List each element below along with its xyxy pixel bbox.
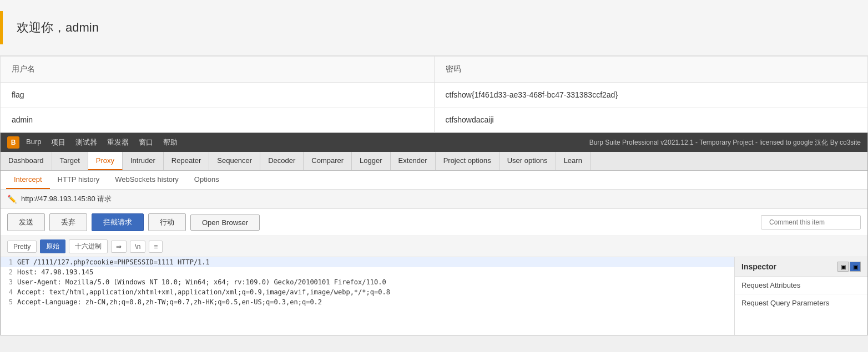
- format-buttons: Pretty 原始 十六进制 ⇒ \n ≡: [1, 236, 867, 257]
- request-line-2: 2Host: 47.98.193.145: [1, 267, 734, 277]
- toggle-left[interactable]: ▣: [837, 262, 849, 272]
- inspector-section-query: Request Query Parameters: [735, 294, 867, 312]
- subtab-options[interactable]: Options: [186, 171, 227, 189]
- subtab-websockets-history[interactable]: WebSockets history: [107, 171, 186, 189]
- line-content: Accept-Language: zh-CN,zh;q=0.8,zh-TW;q=…: [17, 298, 322, 306]
- line-number: 1: [1, 258, 17, 266]
- list-icon[interactable]: ≡: [149, 241, 163, 253]
- intercept-button[interactable]: 拦截请求: [92, 213, 144, 231]
- toolbar-url: http://47.98.193.145:80 请求: [21, 194, 112, 204]
- tab-proxy[interactable]: Proxy: [88, 152, 123, 170]
- line-number: 3: [1, 278, 17, 286]
- burp-menu-测试器[interactable]: 测试器: [75, 137, 97, 147]
- cell-password: ctfshow{1f461d33-ae33-468f-bc47-331383cc…: [434, 83, 867, 108]
- proxy-toolbar: ✏️ http://47.98.193.145:80 请求: [1, 190, 867, 209]
- comment-input[interactable]: [761, 215, 861, 229]
- subtab-intercept[interactable]: Intercept: [6, 171, 50, 189]
- burp-window: B Burp项目测试器重发器窗口帮助 Burp Suite Profession…: [0, 132, 868, 335]
- tab-project-options[interactable]: Project options: [436, 152, 499, 170]
- request-area: 1GET /1111/127.php?cookie=PHPSESSID=1111…: [1, 257, 867, 335]
- tab-dashboard[interactable]: Dashboard: [1, 152, 52, 170]
- line-number: 5: [1, 298, 17, 306]
- tab-repeater[interactable]: Repeater: [164, 152, 209, 170]
- inspector-title: Inspector: [741, 262, 776, 271]
- cell-username: admin: [1, 108, 434, 132]
- cell-username: flag: [1, 83, 434, 108]
- open-browser-button[interactable]: Open Browser: [190, 215, 260, 231]
- burp-menu-项目[interactable]: 项目: [51, 137, 65, 147]
- newline-icon[interactable]: \n: [130, 241, 145, 253]
- inspector-panel: Inspector ▣ ▣ Request Attributes Request…: [734, 257, 867, 335]
- cell-password: ctfshowdacaiji: [434, 108, 867, 132]
- line-number: 2: [1, 268, 17, 276]
- welcome-accent: [0, 11, 3, 44]
- send-button[interactable]: 发送: [7, 213, 45, 231]
- request-lines: 1GET /1111/127.php?cookie=PHPSESSID=1111…: [1, 257, 734, 307]
- line-content: GET /1111/127.php?cookie=PHPSESSID=1111 …: [17, 258, 210, 266]
- db-table-section: 用户名 密码 flagctfshow{1f461d33-ae33-468f-bc…: [0, 56, 868, 132]
- line-content: Host: 47.98.193.145: [17, 268, 93, 276]
- col-username-header: 用户名: [1, 57, 434, 83]
- tab-decoder[interactable]: Decoder: [260, 152, 304, 170]
- welcome-bar: 欢迎你，admin: [0, 0, 868, 56]
- tab-extender[interactable]: Extender: [391, 152, 436, 170]
- burp-menu-重发器[interactable]: 重发器: [107, 137, 129, 147]
- tab-learn[interactable]: Learn: [556, 152, 591, 170]
- discard-button[interactable]: 丢弃: [49, 213, 87, 231]
- pretty-button[interactable]: Pretty: [7, 241, 37, 253]
- welcome-text: 欢迎你，admin: [17, 19, 99, 36]
- proxy-subtabs: Intercept HTTP history WebSockets histor…: [1, 171, 867, 190]
- tab-target[interactable]: Target: [52, 152, 88, 170]
- tab-logger[interactable]: Logger: [352, 152, 390, 170]
- request-line-3: 3User-Agent: Mozilla/5.0 (Windows NT 10.…: [1, 277, 734, 287]
- request-line-5: 5Accept-Language: zh-CN,zh;q=0.8,zh-TW;q…: [1, 297, 734, 307]
- toggle-right[interactable]: ▣: [850, 262, 861, 272]
- burp-titlebar: B Burp项目测试器重发器窗口帮助 Burp Suite Profession…: [1, 133, 867, 152]
- inspector-toggle: ▣ ▣: [837, 262, 861, 272]
- action-button[interactable]: 行动: [148, 213, 186, 231]
- burp-menu-窗口[interactable]: 窗口: [139, 137, 153, 147]
- inspector-header: Inspector ▣ ▣: [735, 257, 867, 277]
- request-line-4: 4Accept: text/html,application/xhtml+xml…: [1, 287, 734, 297]
- pencil-icon: ✏️: [7, 195, 17, 203]
- tab-intruder[interactable]: Intruder: [123, 152, 164, 170]
- table-row: flagctfshow{1f461d33-ae33-468f-bc47-3313…: [1, 83, 867, 108]
- burp-tabs: DashboardTargetProxyIntruderRepeaterSequ…: [1, 152, 867, 171]
- wrap-icon[interactable]: ⇒: [111, 241, 127, 253]
- line-number: 4: [1, 288, 17, 296]
- subtab-http-history[interactable]: HTTP history: [50, 171, 108, 189]
- burp-menu-Burp[interactable]: Burp: [26, 137, 41, 147]
- line-content: Accept: text/html,application/xhtml+xml,…: [17, 288, 390, 296]
- tab-sequencer[interactable]: Sequencer: [209, 152, 260, 170]
- burp-title-text: Burp Suite Professional v2021.12.1 - Tem…: [589, 138, 861, 147]
- burp-menu-items: Burp项目测试器重发器窗口帮助: [26, 137, 178, 147]
- action-buttons: 发送 丢弃 拦截请求 行动 Open Browser: [1, 209, 867, 236]
- col-password-header: 密码: [434, 57, 867, 83]
- burp-menu-帮助[interactable]: 帮助: [163, 137, 178, 147]
- hex-button[interactable]: 十六进制: [69, 239, 108, 253]
- burp-logo: B: [7, 136, 19, 149]
- request-editor[interactable]: 1GET /1111/127.php?cookie=PHPSESSID=1111…: [1, 257, 734, 335]
- tab-comparer[interactable]: Comparer: [304, 152, 352, 170]
- tab-user-options[interactable]: User options: [499, 152, 556, 170]
- request-line-1: 1GET /1111/127.php?cookie=PHPSESSID=1111…: [1, 257, 734, 267]
- db-table: 用户名 密码 flagctfshow{1f461d33-ae33-468f-bc…: [1, 57, 867, 132]
- raw-button[interactable]: 原始: [40, 239, 65, 253]
- line-content: User-Agent: Mozilla/5.0 (Windows NT 10.0…: [17, 278, 386, 286]
- inspector-section-attributes: Request Attributes: [735, 277, 867, 294]
- table-row: adminctfshowdacaiji: [1, 108, 867, 132]
